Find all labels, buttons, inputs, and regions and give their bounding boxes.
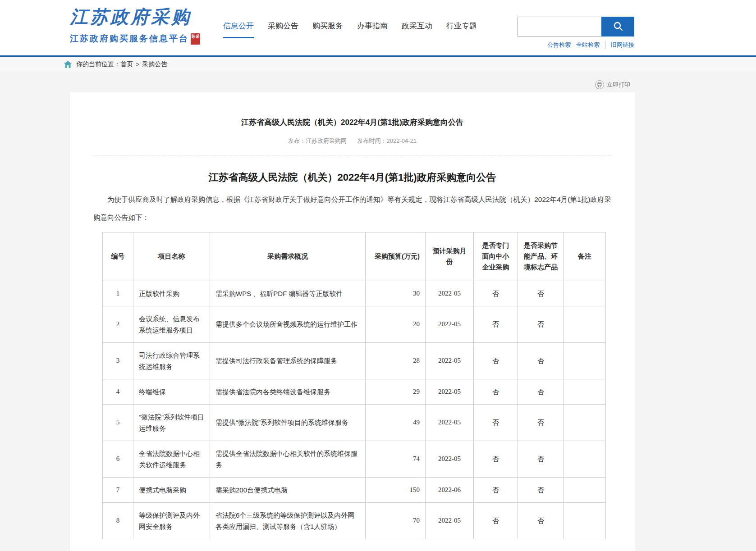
table-header-row: 编号 项目名称 采购需求概况 采购预算(万元) 预计采购月份 是否专门面向中小企… (103, 232, 606, 281)
cell-month: 2022-05 (426, 441, 474, 477)
search-box (518, 17, 634, 36)
magnifier-icon (613, 21, 623, 33)
cell-green: 否 (518, 441, 564, 477)
cell-sme: 否 (474, 379, 518, 404)
cell-no: 4 (103, 379, 133, 404)
table-row: 7 便携式电脑采购 需采购200台便携式电脑 150 2022-06 否 否 (103, 477, 606, 502)
article-publisher: 发布：江苏政府采购网 (288, 137, 347, 144)
cell-note (564, 477, 606, 502)
site-header: 江苏政府采购 江苏政府购买服务信息平台 苏采 信息公开 采购公告 购买服务 办事… (0, 0, 756, 55)
table-row: 3 司法行政综合管理系统运维服务 需提供司法行政装备管理系统的保障服务 28 2… (103, 342, 606, 379)
cell-budget: 49 (366, 404, 426, 441)
site-logo[interactable]: 江苏政府采购 江苏政府购买服务信息平台 苏采 (70, 5, 205, 45)
cell-sme: 否 (474, 306, 518, 342)
cell-sme: 否 (474, 477, 518, 502)
nav-item[interactable]: 采购公告 (268, 21, 298, 38)
nav-item[interactable]: 办事指南 (357, 21, 388, 38)
table-row: 8 等级保护测评及内外网安全服务 省法院6个三级系统的等级保护测评以及内外网各类… (103, 502, 606, 539)
table-row: 5 “微法院”系列软件项目运维服务 需提供“微法院”系列软件项目的系统维保服务 … (103, 404, 606, 441)
cell-no: 8 (103, 502, 133, 539)
cell-month: 2022-06 (426, 477, 474, 502)
nav-item[interactable]: 购买服务 (312, 21, 343, 38)
print-button[interactable]: 立即打印 (595, 80, 630, 89)
logo-seal-icon: 苏采 (191, 33, 200, 45)
nav-item[interactable]: 政采互动 (402, 21, 432, 38)
table-row: 2 会议系统、信息发布系统运维服务项目 需提供多个会议场所音视频系统的运行维护工… (103, 306, 606, 342)
col-header-project-name: 项目名称 (133, 232, 210, 281)
table-row: 6 全省法院数据中心相关软件运维服务 需提供全省法院数据中心相关软件的系统维保服… (103, 441, 606, 477)
cell-note (564, 379, 606, 404)
page-title: 江苏省高级人民法院（机关）2022年4月(第1批)政府采购意向公告 (93, 171, 611, 184)
cell-budget: 150 (366, 477, 426, 502)
cell-demand: 需采购WPS 、福昕PDF 编辑器等正版软件 (210, 281, 366, 306)
home-icon[interactable] (64, 61, 72, 68)
cell-no: 6 (103, 441, 133, 477)
article-publish-time: 发布时间：2022-04-21 (357, 137, 417, 144)
cell-green: 否 (518, 281, 564, 306)
article-meta: 发布：江苏政府采购网 发布时间：2022-04-21 (93, 137, 611, 145)
logo-title: 江苏政府采购 (70, 5, 205, 29)
header-quick-links: 公告检索 全站检索 旧网链接 (518, 41, 634, 49)
cell-sme: 否 (474, 441, 518, 477)
nav-item[interactable]: 信息公开 (223, 21, 254, 38)
cell-month: 2022-05 (426, 502, 474, 539)
cell-sme: 否 (474, 281, 518, 306)
table-row: 1 正版软件采购 需采购WPS 、福昕PDF 编辑器等正版软件 30 2022-… (103, 281, 606, 306)
cell-sme: 否 (474, 342, 518, 379)
article-card: 江苏省高级人民法院（机关）2022年4月(第1批)政府采购意向公告 发布：江苏政… (70, 92, 635, 551)
main-nav: 信息公开 采购公告 购买服务 办事指南 政采互动 行业专题 (223, 21, 477, 38)
link-announcement-search[interactable]: 公告检索 (547, 41, 571, 49)
cell-sme: 否 (474, 404, 518, 441)
nav-item[interactable]: 行业专题 (446, 21, 477, 38)
cell-green: 否 (518, 306, 564, 342)
cell-demand: 需采购200台便携式电脑 (210, 477, 366, 502)
col-header-month: 预计采购月份 (426, 232, 474, 281)
printer-icon (595, 80, 604, 89)
cell-budget: 20 (366, 306, 426, 342)
cell-note (564, 342, 606, 379)
cell-green: 否 (518, 379, 564, 404)
link-site-search[interactable]: 全站检索 (576, 41, 600, 49)
procurement-table: 编号 项目名称 采购需求概况 采购预算(万元) 预计采购月份 是否专门面向中小企… (102, 232, 606, 539)
main-area: 立即打印 江苏省高级人民法院（机关）2022年4月(第1批)政府采购意向公告 发… (0, 72, 756, 551)
cell-green: 否 (518, 342, 564, 379)
breadcrumb-separator: > (136, 61, 139, 68)
cell-budget: 29 (366, 379, 426, 404)
cell-budget: 70 (366, 502, 426, 539)
cell-no: 3 (103, 342, 133, 379)
col-header-sme: 是否专门面向中小企业采购 (474, 232, 518, 281)
cell-demand: 需提供省法院内各类终端设备维保服务 (210, 379, 366, 404)
print-label: 立即打印 (607, 81, 630, 89)
logo-subtitle: 江苏政府购买服务信息平台 (70, 33, 189, 45)
cell-project-name: 正版软件采购 (133, 281, 210, 306)
cell-green: 否 (518, 502, 564, 539)
cell-note (564, 404, 606, 441)
cell-note (564, 281, 606, 306)
cell-project-name: 全省法院数据中心相关软件运维服务 (133, 441, 210, 477)
breadcrumb-current[interactable]: 采购公告 (142, 60, 167, 68)
cell-project-name: 会议系统、信息发布系统运维服务项目 (133, 306, 210, 342)
cell-note (564, 306, 606, 342)
cell-month: 2022-05 (426, 281, 474, 306)
cell-no: 5 (103, 404, 133, 441)
cell-note (564, 502, 606, 539)
cell-no: 1 (103, 281, 133, 306)
cell-project-name: 终端维保 (133, 379, 210, 404)
cell-budget: 30 (366, 281, 426, 306)
link-old-site[interactable]: 旧网链接 (605, 41, 634, 49)
cell-month: 2022-05 (426, 404, 474, 441)
cell-demand: 需提供多个会议场所音视频系统的运行维护工作 (210, 306, 366, 342)
col-header-note: 备注 (564, 232, 606, 281)
cell-green: 否 (518, 404, 564, 441)
search-button[interactable] (601, 17, 634, 36)
col-header-budget: 采购预算(万元) (366, 232, 426, 281)
intro-paragraph: 为便于供应商及时了解政府采购信息，根据《江苏省财政厅关于做好意向公开工作的通知》… (93, 191, 611, 227)
breadcrumb: 你的当前位置： 首页 > 采购公告 (0, 55, 756, 72)
breadcrumb-home-link[interactable]: 首页 (120, 60, 133, 68)
col-header-green: 是否采购节能产品、环境标志产品 (518, 232, 564, 281)
search-input[interactable] (518, 17, 601, 36)
cell-project-name: 等级保护测评及内外网安全服务 (133, 502, 210, 539)
cell-budget: 74 (366, 441, 426, 477)
cell-project-name: “微法院”系列软件项目运维服务 (133, 404, 210, 441)
cell-demand: 需提供全省法院数据中心相关软件的系统维保服务 (210, 441, 366, 477)
